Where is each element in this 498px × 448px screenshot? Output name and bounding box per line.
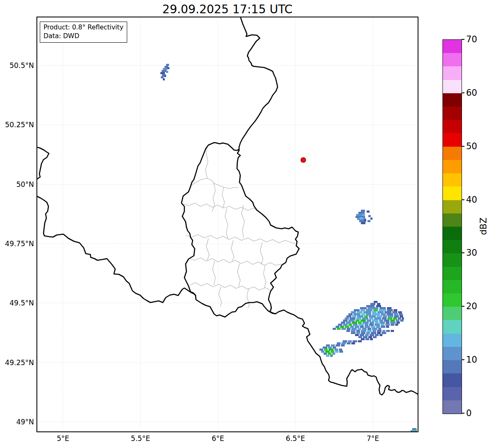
colorbar-segment [443, 293, 462, 307]
colorbar-segment [443, 320, 462, 333]
colorbar-tick-label: 40 [466, 195, 477, 205]
colorbar-tick [462, 92, 464, 93]
colorbar-segment [443, 173, 462, 186]
colorbar-tick-label: 60 [466, 88, 477, 98]
axis-tick-label: 49.75°N [0, 240, 36, 248]
colorbar-segment [443, 267, 462, 280]
border-france-belgium [36, 196, 196, 303]
colorbar-tick-label: 20 [466, 301, 477, 311]
plot-title: 29.09.2025 17:15 UTC [36, 2, 418, 17]
border-france-belgium-upper [36, 147, 49, 179]
axis-tick-label: 7°E [356, 434, 389, 443]
colorbar-segment [443, 347, 462, 360]
colorbar-tick [462, 359, 464, 360]
border-luxembourg-west [181, 143, 217, 295]
product-info-box: Product: 0.8° Reflectivity Data: DWD [40, 22, 127, 43]
colorbar-segment [443, 186, 462, 200]
axis-tick-label: 49.5°N [0, 299, 36, 307]
colorbar-tick [462, 252, 464, 253]
colorbar-segment [443, 240, 462, 253]
axis-tick-label: 5.5°E [124, 434, 157, 443]
colorbar-segment [443, 133, 462, 146]
colorbar-segment [443, 53, 462, 66]
colorbar-segment [443, 360, 462, 373]
colorbar-segment [443, 253, 462, 266]
axis-tick-label: 6°E [201, 434, 234, 443]
product-line: Product: 0.8° Reflectivity [44, 23, 123, 32]
colorbar-tick-label: 70 [466, 34, 477, 44]
colorbar-segment [443, 66, 462, 80]
colorbar-segment [443, 227, 462, 240]
axis-tick-label: 5°E [46, 434, 80, 443]
colorbar-tick [462, 39, 464, 40]
border-luxembourg-south [196, 295, 276, 317]
radar-map [36, 17, 418, 432]
data-source-line: Data: DWD [44, 32, 123, 41]
colorbar-segment [443, 40, 462, 53]
border-belgium-germany [239, 17, 278, 150]
colorbar-segment [443, 307, 462, 320]
axis-tick-label: 6.5°E [279, 434, 312, 443]
colorbar-segment [443, 80, 462, 93]
radar-site-marker [301, 157, 306, 162]
colorbar-segment [443, 120, 462, 133]
axis-tick-label: 50.5°N [0, 61, 36, 70]
colorbar-segment [443, 107, 462, 120]
colorbar-segment [443, 93, 462, 107]
axis-tick-label: 50°N [0, 180, 36, 189]
colorbar-segment [443, 334, 462, 347]
figure-root: 29.09.2025 17:15 UTC [0, 0, 498, 448]
colorbar-tick-label: 0 [466, 408, 471, 418]
colorbar-tick-label: 30 [466, 248, 477, 258]
axis-tick-label: 49°N [0, 418, 36, 426]
radar-echoes [160, 64, 417, 432]
border-luxembourg-north [217, 143, 239, 150]
colorbar-segment [443, 160, 462, 173]
colorbar-tick-label: 50 [466, 141, 477, 151]
colorbar-segment [443, 147, 462, 160]
colorbar-segment [443, 400, 462, 414]
colorbar-label: dBZ [479, 218, 488, 235]
colorbar-segment [443, 200, 462, 213]
axis-tick-label: 49.25°N [0, 358, 36, 367]
colorbar-segment [443, 387, 462, 400]
colorbar-tick [462, 199, 464, 200]
colorbar-tick [462, 146, 464, 147]
colorbar-tick-label: 10 [466, 355, 477, 365]
axis-tick-label: 50.25°N [0, 121, 36, 129]
map-plot-area: Product: 0.8° Reflectivity Data: DWD [36, 17, 418, 432]
colorbar-segment [443, 373, 462, 387]
colorbar-segment [443, 213, 462, 227]
colorbar-tick [462, 413, 464, 414]
colorbar-segment [443, 280, 462, 293]
colorbar-tick [462, 306, 464, 307]
colorbar [442, 39, 462, 414]
